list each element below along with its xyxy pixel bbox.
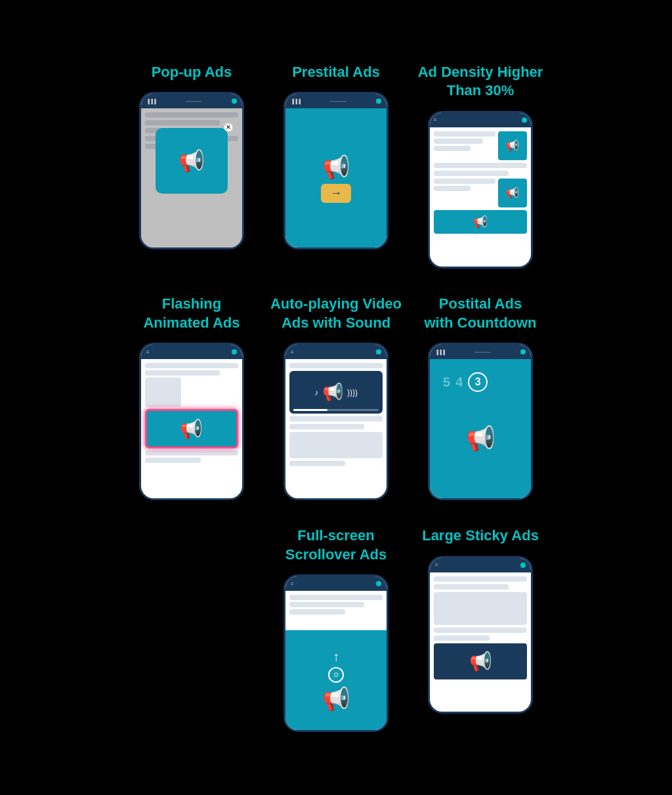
arrow-icon: → [330,186,342,200]
menu-icon: ≡ [291,349,294,355]
content-line [434,186,471,191]
prestitial-arrow: → [321,184,351,203]
content-line [434,628,527,633]
signal-icon: ▐▐▐ [291,99,301,104]
phone-body: 📢 ✕ [141,108,242,247]
menu-icon: ≡ [435,562,438,568]
phone-time: ───── [474,350,491,355]
content-line [434,171,509,176]
content-line [289,363,383,368]
image-placeholder [145,377,181,407]
video-progress [293,409,379,411]
content-block [289,432,383,458]
sticky-ads-card: Large Sticky Ads ≡ 📢 [415,526,546,732]
menu-icon: ≡ [146,349,150,355]
countdown-phone: ▐▐▐ ───── 5 4 3 📢 [428,343,533,500]
scrollover-phone: ≡ ↑ ⊙ 📢 [284,574,388,732]
flashing-ads-card: Flashing Animated Ads ≡ 📢 [126,295,257,500]
phone-header: ≡ [141,345,242,359]
menu-icon: ≡ [291,581,294,587]
content-block [434,592,527,625]
video-ads-title: Auto-playing Video Ads with Sound [270,295,402,332]
phone-dot [520,563,526,568]
scrollover-top [285,591,387,630]
phone-time: ───── [330,99,346,104]
menu-icon: ≡ [434,117,437,123]
content-line [434,163,527,168]
phone-body: ♪ 📢 )))) [285,359,387,498]
phone-header: ≡ [285,576,387,591]
content-line [434,576,527,582]
phone-dot [376,98,381,104]
countdown-5: 5 [443,375,450,390]
content-line [145,363,238,368]
megaphone-icon: 📢 [322,154,350,180]
sticky-ads-title: Large Sticky Ads [422,526,539,546]
sticky-ad: 📢 [434,643,527,679]
ad-wide: 📢 [434,210,527,234]
content-line [289,595,383,600]
content-line [434,146,471,151]
phone-dot [376,349,381,355]
content-line [434,179,495,184]
music-note: ♪ [314,388,318,397]
phone-header: ≡ [430,558,531,572]
megaphone-icon: 📢 [506,186,519,199]
content-line [289,416,383,421]
prestitial-ads-card: Prestital Ads ▐▐▐ ───── 📢 → [270,63,402,269]
prestitial-phone: ▐▐▐ ───── 📢 → [284,92,388,249]
density-row: 📢 [434,179,527,207]
phone-header: ▐▐▐ ───── [141,94,242,108]
postital-ads-card: Postital Ads with Countdown ▐▐▐ ───── 5 … [415,295,546,500]
phone-dot [522,118,527,123]
video-ads-card: Auto-playing Video Ads with Sound ≡ ♪ 📢 … [270,295,402,500]
glow-effect [145,409,238,448]
scroll-circle: ⊙ [328,667,344,683]
ad-small: 📢 [498,179,527,207]
countdown-4: 4 [455,375,463,390]
countdown-numbers: 5 4 3 [443,372,488,392]
text-block [434,179,495,191]
prestitial-ads-title: Prestital Ads [292,63,380,82]
phone-dot [520,349,526,355]
popup-box: 📢 ✕ [156,128,228,194]
megaphone-icon: 📢 [322,382,343,402]
megaphone-icon: 📢 [466,425,495,452]
phone-header: ▐▐▐ ───── [430,345,531,359]
countdown-ad: 5 4 3 📢 [430,359,531,498]
scrollover-ads-card: Full-screen Scrollover Ads ≡ ↑ ⊙ [270,526,402,732]
phone-header: ≡ [285,345,387,359]
popup-phone: ▐▐▐ ───── 📢 ✕ [139,92,244,249]
phone-body: 📢 📢 [430,127,531,267]
sound-waves: )))) [347,388,358,397]
postital-ads-title: Postital Ads with Countdown [425,295,537,332]
megaphone-icon: 📢 [473,215,488,229]
phone-dot [232,98,237,104]
signal-icon: ▐▐▐ [146,99,156,104]
signal-icon: ▐▐▐ [435,350,445,355]
content-line [434,131,495,137]
video-ad: ♪ 📢 )))) [289,371,383,414]
phone-dot [376,581,381,586]
countdown-3: 3 [468,372,488,392]
phone-body: 📢 [141,359,242,498]
flashing-ads-title: Flashing Animated Ads [143,295,240,332]
megaphone-icon: 📢 [322,685,350,712]
density-row: 📢 [434,131,527,160]
content-line [289,461,345,466]
flashing-ad: 📢 [145,409,238,448]
scroll-controls: ↑ ⊙ [328,649,344,683]
phone-time: ───── [186,99,202,104]
content-line [434,584,509,590]
ad-density-card: Ad Density Higher Than 30% ≡ [415,63,546,269]
flashing-phone: ≡ 📢 [139,343,244,500]
popup-ads-title: Pop-up Ads [152,63,232,82]
text-block [434,131,495,151]
scrollover-ad: ↑ ⊙ 📢 [285,630,387,730]
content-line [289,609,345,614]
phone-header: ▐▐▐ ───── [285,94,387,108]
megaphone-icon: 📢 [178,148,205,173]
content-line [145,450,238,456]
content-line [434,139,483,144]
video-phone: ≡ ♪ 📢 )))) [284,343,388,500]
